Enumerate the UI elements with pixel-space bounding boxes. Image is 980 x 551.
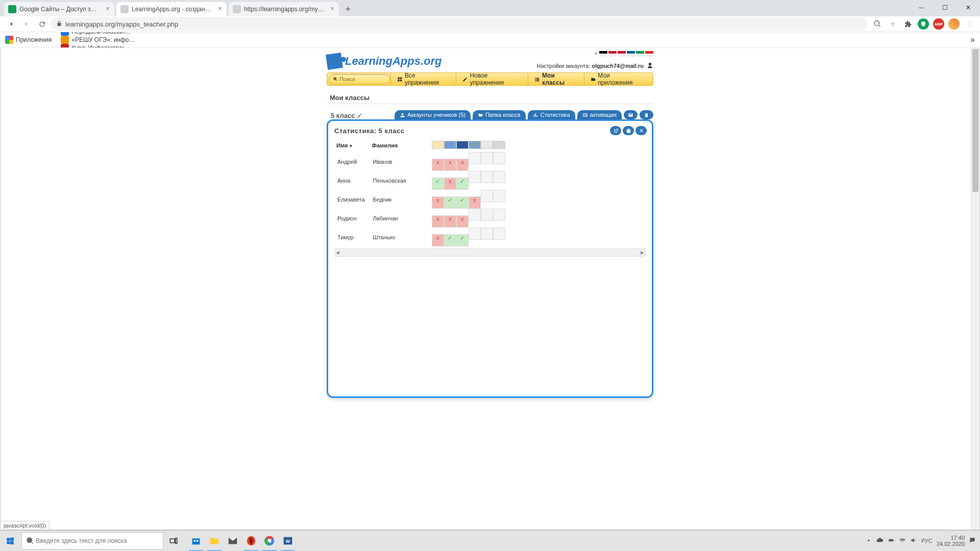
browser-tab[interactable]: Google Сайты – Доступ запрещ× xyxy=(4,2,114,16)
tray-language[interactable]: РУС xyxy=(921,538,933,544)
last-name-cell: Бедник xyxy=(370,190,411,209)
nav-reload-button[interactable] xyxy=(36,18,48,30)
panel-close-button[interactable]: ✕ xyxy=(635,126,647,135)
panel-print-button[interactable] xyxy=(623,126,634,135)
app-column-thumb[interactable] xyxy=(444,141,456,149)
tray-volume-icon[interactable] xyxy=(910,537,917,545)
language-flag[interactable] xyxy=(627,51,635,57)
bookmarks-overflow-button[interactable]: » xyxy=(970,35,975,44)
tab-close-button[interactable]: × xyxy=(216,5,224,12)
nav-back-button[interactable] xyxy=(5,18,17,30)
menu-my-apps[interactable]: Мои приложения xyxy=(584,73,651,85)
taskbar-search[interactable]: Введите здесь текст для поиска xyxy=(21,532,163,549)
taskbar-app-store[interactable] xyxy=(187,531,205,551)
vertical-scrollbar[interactable] xyxy=(971,48,979,530)
menu-new-app[interactable]: Новое упражнение xyxy=(456,73,528,85)
class-delete-button[interactable] xyxy=(640,110,653,119)
window-maximize-button[interactable]: ☐ xyxy=(933,0,957,15)
search-input[interactable]: Поиск xyxy=(329,74,390,84)
mark-cell-empty xyxy=(469,171,481,183)
mark-cell-ok: ✓ xyxy=(456,234,469,246)
tray-cloud-icon[interactable] xyxy=(876,537,884,545)
tray-wifi-icon[interactable] xyxy=(899,537,906,545)
class-mail-button[interactable] xyxy=(624,110,638,119)
browser-menu-button[interactable]: ⋮ xyxy=(964,18,975,30)
bookmark-item[interactable]: Курс: Информатик… xyxy=(61,44,135,48)
ext-abp-icon[interactable]: ABP xyxy=(933,18,944,30)
app-column-thumb[interactable] xyxy=(469,141,481,149)
ext-puzzle-icon[interactable] xyxy=(902,18,914,30)
stats-table: Имя ▾ Фамилия АндрейИвановxxxАннаПеньков… xyxy=(334,140,510,246)
pencil-icon[interactable] xyxy=(357,113,362,118)
table-horizontal-scroll[interactable]: ◀▶ xyxy=(334,248,646,257)
tab-close-button[interactable]: × xyxy=(329,5,336,12)
envelope-icon xyxy=(628,112,633,118)
account-link[interactable]: Настройки аккаунта: olgpuch74@mail.ru xyxy=(536,62,653,69)
search-icon xyxy=(333,77,338,82)
window-minimize-button[interactable]: ─ xyxy=(910,0,933,15)
language-flag[interactable] xyxy=(618,51,626,57)
panel-export-button[interactable] xyxy=(610,126,621,135)
app-column-thumb[interactable] xyxy=(456,141,469,149)
language-flag[interactable] xyxy=(645,51,653,57)
bookmark-item[interactable]: Передаем показан… xyxy=(61,32,135,36)
language-flag[interactable] xyxy=(599,51,607,57)
bookmark-item[interactable]: «РЕШУ ОГЭ»: инфо… xyxy=(61,36,135,44)
mark-cell-empty xyxy=(481,152,493,164)
address-bar: learningapps.org/myapps_teacher.php ☆ AB… xyxy=(0,16,980,32)
tab-close-button[interactable]: × xyxy=(104,5,111,12)
ext-avatar-icon[interactable] xyxy=(948,18,960,30)
folder-open-icon xyxy=(478,112,483,118)
mark-cell-empty xyxy=(493,171,505,183)
menu-my-classes[interactable]: Мои классы xyxy=(528,73,583,85)
app-column-thumb[interactable] xyxy=(432,141,444,149)
tray-clock[interactable]: 17:40 24.02.2020 xyxy=(937,535,965,547)
svg-rect-0 xyxy=(170,539,175,543)
class-folder-button[interactable]: Папка класса xyxy=(473,110,526,119)
mark-cell-ok: ✓ xyxy=(432,178,444,190)
taskbar-app-opera[interactable] xyxy=(242,531,260,551)
language-flag[interactable] xyxy=(608,51,617,57)
col-first-name[interactable]: Имя ▾ xyxy=(334,140,370,152)
browser-tab[interactable]: https://learningapps.org/myapp× xyxy=(229,2,339,16)
class-stats-button[interactable]: Статистика xyxy=(528,110,575,119)
new-tab-button[interactable]: + xyxy=(341,2,355,16)
apps-shortcut[interactable]: Приложения xyxy=(5,36,52,44)
first-name-cell: Анна xyxy=(334,171,370,190)
col-last-name[interactable]: Фамилия xyxy=(370,140,411,152)
users-icon xyxy=(400,112,405,118)
app-column-thumb[interactable] xyxy=(493,141,505,149)
first-name-cell: Родион xyxy=(334,209,370,228)
address-field[interactable]: learningapps.org/myapps_teacher.php xyxy=(51,17,868,31)
taskbar-app-chrome[interactable] xyxy=(260,531,279,551)
ext-search-icon[interactable] xyxy=(872,18,883,30)
class-activation-button[interactable]: активация xyxy=(577,110,622,119)
taskbar-app-word[interactable]: W xyxy=(279,531,297,551)
tray-battery-icon[interactable] xyxy=(888,537,895,545)
task-view-icon xyxy=(169,536,178,545)
window-close-button[interactable]: ✕ xyxy=(957,0,980,15)
trash-icon xyxy=(644,112,649,118)
svg-text:W: W xyxy=(286,539,290,544)
tab-bar: Google Сайты – Доступ запрещ×LearningApp… xyxy=(0,0,980,16)
start-button[interactable] xyxy=(0,531,20,551)
mark-cell-empty xyxy=(481,209,493,221)
taskbar-app-mail[interactable] xyxy=(224,531,242,551)
menu-all-apps[interactable]: Все упражнения xyxy=(390,73,456,85)
ext-shield-icon[interactable] xyxy=(918,18,929,30)
mark-cell-empty xyxy=(493,228,505,240)
taskbar-app-explorer[interactable] xyxy=(205,531,224,551)
nav-forward-button[interactable] xyxy=(20,18,33,30)
language-flag[interactable] xyxy=(636,51,644,57)
app-columns-header xyxy=(411,140,510,152)
task-view-button[interactable] xyxy=(163,531,184,551)
tray-chevron-icon[interactable] xyxy=(865,537,872,545)
tab-title: Google Сайты – Доступ запрещ xyxy=(19,6,100,13)
app-column-thumb[interactable] xyxy=(481,141,493,149)
table-row: АннаПеньковская✓x✓ xyxy=(334,171,510,190)
mark-cell-empty xyxy=(469,152,481,164)
student-accounts-button[interactable]: Аккаунты учеников (5) xyxy=(395,110,471,119)
browser-tab[interactable]: LearningApps.org - создание м× xyxy=(116,2,227,16)
tray-notifications-icon[interactable] xyxy=(969,537,976,545)
ext-star-icon[interactable]: ☆ xyxy=(887,18,898,30)
